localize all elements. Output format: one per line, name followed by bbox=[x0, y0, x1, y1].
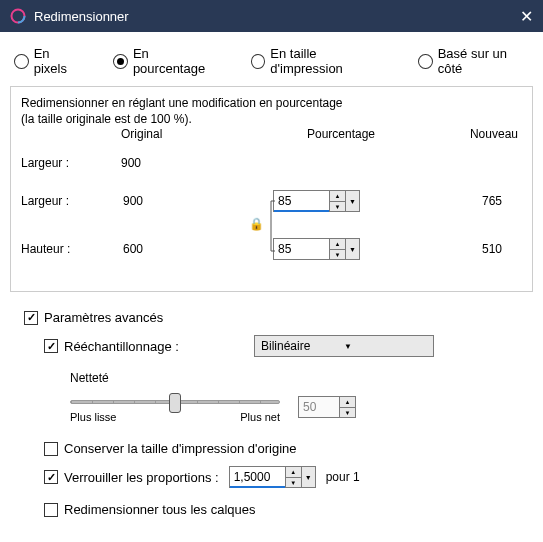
lock-icon[interactable]: 🔒 bbox=[249, 217, 264, 231]
group-desc-1: Redimensionner en réglant une modificati… bbox=[21, 95, 522, 111]
resample-checkbox[interactable]: Rééchantillonnage : bbox=[44, 339, 254, 354]
width-row-label: Largeur : bbox=[21, 194, 123, 208]
mode-pixels-label: En pixels bbox=[34, 46, 86, 76]
spin-down-icon[interactable]: ▼ bbox=[330, 202, 345, 212]
col-original: Original bbox=[121, 127, 221, 141]
mode-print-label: En taille d'impression bbox=[270, 46, 390, 76]
resample-value: Bilinéaire bbox=[261, 339, 344, 353]
lock-ratio-input[interactable]: ▲ ▼ ▼ bbox=[229, 466, 316, 488]
dropdown-icon[interactable]: ▼ bbox=[345, 191, 359, 211]
group-desc-2: (la taille originale est de 100 %). bbox=[21, 111, 522, 127]
spin-down-icon[interactable]: ▼ bbox=[340, 408, 355, 418]
width-percent-field[interactable] bbox=[274, 191, 329, 212]
width-label: Largeur : bbox=[21, 156, 121, 170]
radio-icon bbox=[251, 54, 266, 69]
radio-icon bbox=[113, 54, 128, 69]
app-logo-icon bbox=[10, 8, 26, 24]
mode-print[interactable]: En taille d'impression bbox=[251, 46, 390, 76]
sharpness-label: Netteté bbox=[70, 371, 519, 385]
sharp-sharp-label: Plus net bbox=[240, 411, 280, 423]
slider-thumb[interactable] bbox=[169, 393, 181, 413]
col-percent: Pourcentage bbox=[281, 127, 401, 141]
height-row-label: Hauteur : bbox=[21, 242, 123, 256]
lock-ratio-label: Verrouiller les proportions : bbox=[64, 470, 219, 485]
spin-up-icon[interactable]: ▲ bbox=[340, 397, 355, 408]
advanced-params-checkbox[interactable]: Paramètres avancés bbox=[24, 310, 519, 325]
checkbox-icon bbox=[44, 442, 58, 456]
dropdown-icon[interactable]: ▼ bbox=[345, 239, 359, 259]
close-icon[interactable]: ✕ bbox=[520, 7, 533, 26]
resample-label: Rééchantillonnage : bbox=[64, 339, 179, 354]
mode-percent-label: En pourcentage bbox=[133, 46, 223, 76]
width-percent-input[interactable]: ▲ ▼ ▼ bbox=[273, 190, 360, 212]
height-row-orig: 600 bbox=[123, 242, 243, 256]
mode-side[interactable]: Basé sur un côté bbox=[418, 46, 533, 76]
resize-all-layers-label: Redimensionner tous les calques bbox=[64, 502, 256, 517]
lock-ratio-suffix: pour 1 bbox=[326, 470, 360, 484]
dimensions-group: Redimensionner en réglant une modificati… bbox=[10, 86, 533, 292]
width-row-new: 765 bbox=[462, 194, 522, 208]
height-row-new: 510 bbox=[462, 242, 522, 256]
spin-up-icon[interactable]: ▲ bbox=[330, 239, 345, 250]
chevron-down-icon: ▼ bbox=[344, 342, 427, 351]
lock-ratio-checkbox[interactable]: Verrouiller les proportions : bbox=[44, 470, 219, 485]
checkbox-icon bbox=[24, 311, 38, 325]
checkbox-icon bbox=[44, 503, 58, 517]
sharpness-input[interactable]: ▲ ▼ bbox=[298, 396, 356, 418]
mode-percent[interactable]: En pourcentage bbox=[113, 46, 222, 76]
sharpness-slider[interactable]: Plus lisse Plus net bbox=[70, 391, 280, 423]
advanced-params-label: Paramètres avancés bbox=[44, 310, 163, 325]
preserve-print-checkbox[interactable]: Conserver la taille d'impression d'origi… bbox=[44, 441, 519, 456]
sharpness-field[interactable] bbox=[299, 397, 339, 417]
checkbox-icon bbox=[44, 339, 58, 353]
lock-ratio-field[interactable] bbox=[230, 467, 285, 488]
dropdown-icon[interactable]: ▼ bbox=[301, 467, 315, 487]
width-row-orig: 900 bbox=[123, 194, 243, 208]
sharp-smooth-label: Plus lisse bbox=[70, 411, 116, 423]
mode-side-label: Basé sur un côté bbox=[438, 46, 533, 76]
height-percent-field[interactable] bbox=[274, 239, 329, 259]
mode-pixels[interactable]: En pixels bbox=[14, 46, 85, 76]
mode-radio-group: En pixels En pourcentage En taille d'imp… bbox=[0, 32, 543, 86]
radio-icon bbox=[418, 54, 433, 69]
spin-down-icon[interactable]: ▼ bbox=[286, 478, 301, 488]
resize-all-layers-checkbox[interactable]: Redimensionner tous les calques bbox=[44, 502, 519, 517]
spin-down-icon[interactable]: ▼ bbox=[330, 250, 345, 260]
checkbox-icon bbox=[44, 470, 58, 484]
height-percent-input[interactable]: ▲ ▼ ▼ bbox=[273, 238, 360, 260]
spin-up-icon[interactable]: ▲ bbox=[330, 191, 345, 202]
resample-combo[interactable]: Bilinéaire ▼ bbox=[254, 335, 434, 357]
width-original: 900 bbox=[121, 156, 241, 170]
preserve-print-label: Conserver la taille d'impression d'origi… bbox=[64, 441, 297, 456]
spin-up-icon[interactable]: ▲ bbox=[286, 467, 301, 478]
window-title: Redimensionner bbox=[34, 9, 520, 24]
radio-icon bbox=[14, 54, 29, 69]
col-new: Nouveau bbox=[442, 127, 522, 141]
